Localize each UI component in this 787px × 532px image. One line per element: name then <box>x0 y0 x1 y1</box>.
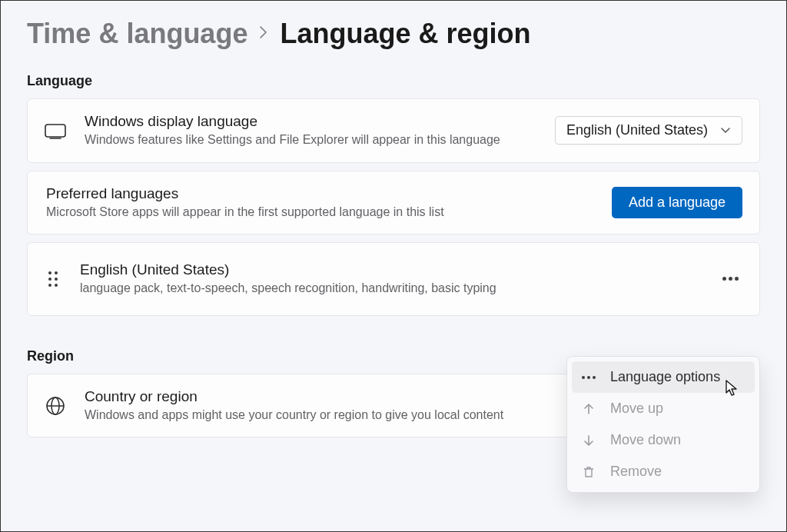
language-item-row: English (United States) language pack, t… <box>27 242 760 316</box>
preferred-languages-title: Preferred languages <box>46 185 593 202</box>
menu-item-remove[interactable]: Remove <box>572 456 755 487</box>
arrow-up-icon <box>581 401 596 417</box>
language-item-name: English (United States) <box>80 261 699 278</box>
drag-handle-icon[interactable] <box>45 271 61 288</box>
menu-item-move-down[interactable]: Move down <box>572 424 755 456</box>
add-language-button[interactable]: Add a language <box>612 187 742 218</box>
preferred-languages-subtitle: Microsoft Store apps will appear in the … <box>46 204 593 221</box>
page-title: Language & region <box>280 18 530 50</box>
menu-item-label: Move down <box>610 432 681 448</box>
preferred-languages-card: Preferred languages Microsoft Store apps… <box>27 171 760 235</box>
breadcrumb-parent[interactable]: Time & language <box>27 18 247 50</box>
more-options-button[interactable] <box>718 267 742 291</box>
more-horizontal-icon <box>581 370 596 385</box>
display-language-subtitle: Windows features like Settings and File … <box>85 131 536 148</box>
menu-item-label: Move up <box>610 401 663 417</box>
chevron-down-icon <box>720 122 731 138</box>
globe-icon <box>45 395 66 417</box>
breadcrumb: Time & language Language & region <box>27 18 760 50</box>
menu-item-label: Remove <box>610 464 662 480</box>
display-language-value: English (United States) <box>566 122 708 138</box>
section-header-language: Language <box>27 73 760 89</box>
menu-item-language-options[interactable]: Language options <box>572 361 755 393</box>
display-language-card: Windows display language Windows feature… <box>27 98 760 163</box>
display-language-dropdown[interactable]: English (United States) <box>555 116 742 145</box>
trash-icon <box>581 464 596 480</box>
display-language-title: Windows display language <box>85 113 536 130</box>
language-item-features: language pack, text-to-speech, speech re… <box>80 280 699 297</box>
more-horizontal-icon <box>722 277 739 281</box>
menu-item-label: Language options <box>610 369 720 385</box>
svg-rect-0 <box>45 125 65 137</box>
menu-item-move-up[interactable]: Move up <box>572 393 755 424</box>
monitor-icon <box>45 120 66 141</box>
chevron-right-icon <box>258 23 269 45</box>
arrow-down-icon <box>581 433 596 448</box>
context-menu: Language options Move up Move down Remov… <box>566 356 760 493</box>
